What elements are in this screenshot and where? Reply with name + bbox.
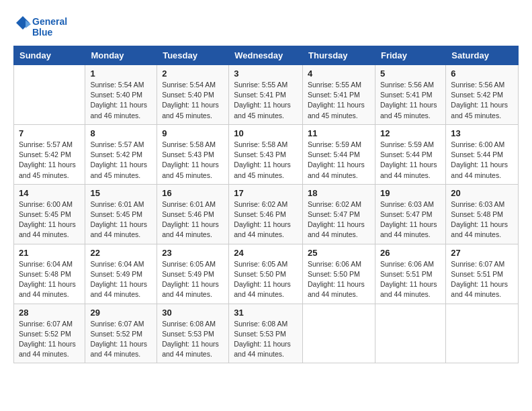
day-number: 31 <box>234 308 298 318</box>
calendar-cell: 22Sunrise: 6:04 AMSunset: 5:49 PMDayligh… <box>85 244 157 304</box>
calendar-header-thursday: Thursday <box>303 46 375 65</box>
svg-text:Blue: Blue <box>32 27 53 38</box>
calendar-cell: 12Sunrise: 5:59 AMSunset: 5:44 PMDayligh… <box>375 124 445 184</box>
day-info: Sunrise: 6:03 AMSunset: 5:48 PMDaylight:… <box>451 199 513 240</box>
calendar-cell: 25Sunrise: 6:06 AMSunset: 5:50 PMDayligh… <box>303 244 375 304</box>
day-number: 15 <box>90 188 152 198</box>
calendar-cell: 9Sunrise: 5:58 AMSunset: 5:43 PMDaylight… <box>157 124 229 184</box>
day-number: 16 <box>162 188 224 198</box>
day-info: Sunrise: 6:08 AMSunset: 5:53 PMDaylight:… <box>162 319 224 360</box>
day-number: 10 <box>234 128 298 138</box>
page-header: General Blue <box>13 13 519 40</box>
calendar-cell: 3Sunrise: 5:55 AMSunset: 5:41 PMDaylight… <box>229 65 303 125</box>
day-number: 12 <box>380 128 441 138</box>
calendar-table: SundayMondayTuesdayWednesdayThursdayFrid… <box>13 46 519 363</box>
calendar-cell: 29Sunrise: 6:07 AMSunset: 5:52 PMDayligh… <box>85 304 157 363</box>
day-info: Sunrise: 6:02 AMSunset: 5:46 PMDaylight:… <box>234 199 298 240</box>
day-number: 30 <box>162 308 224 318</box>
day-number: 28 <box>19 308 80 318</box>
day-info: Sunrise: 5:59 AMSunset: 5:44 PMDaylight:… <box>308 140 370 181</box>
calendar-cell: 15Sunrise: 6:01 AMSunset: 5:45 PMDayligh… <box>85 184 157 244</box>
day-number: 7 <box>19 128 80 138</box>
day-number: 26 <box>380 248 441 258</box>
calendar-cell: 7Sunrise: 5:57 AMSunset: 5:42 PMDaylight… <box>14 124 85 184</box>
day-number: 17 <box>234 188 298 198</box>
calendar-header-wednesday: Wednesday <box>229 46 303 65</box>
calendar-week-row: 28Sunrise: 6:07 AMSunset: 5:52 PMDayligh… <box>14 304 519 363</box>
day-number: 5 <box>380 68 441 79</box>
day-info: Sunrise: 6:05 AMSunset: 5:49 PMDaylight:… <box>162 259 224 300</box>
day-number: 25 <box>308 248 370 258</box>
calendar-cell: 24Sunrise: 6:05 AMSunset: 5:50 PMDayligh… <box>229 244 303 304</box>
day-info: Sunrise: 5:55 AMSunset: 5:41 PMDaylight:… <box>234 80 298 121</box>
day-number: 24 <box>234 248 298 258</box>
day-number: 9 <box>162 128 224 138</box>
calendar-cell: 1Sunrise: 5:54 AMSunset: 5:40 PMDaylight… <box>85 65 157 125</box>
day-number: 2 <box>162 68 224 79</box>
calendar-cell: 13Sunrise: 6:00 AMSunset: 5:44 PMDayligh… <box>446 124 519 184</box>
calendar-cell: 21Sunrise: 6:04 AMSunset: 5:48 PMDayligh… <box>14 244 85 304</box>
day-info: Sunrise: 5:54 AMSunset: 5:40 PMDaylight:… <box>90 80 152 121</box>
calendar-cell: 17Sunrise: 6:02 AMSunset: 5:46 PMDayligh… <box>229 184 303 244</box>
day-info: Sunrise: 6:00 AMSunset: 5:44 PMDaylight:… <box>451 140 513 181</box>
calendar-header-friday: Friday <box>375 46 445 65</box>
calendar-cell: 20Sunrise: 6:03 AMSunset: 5:48 PMDayligh… <box>446 184 519 244</box>
day-number: 6 <box>451 68 513 79</box>
calendar-header-sunday: Sunday <box>14 46 85 65</box>
day-info: Sunrise: 6:08 AMSunset: 5:53 PMDaylight:… <box>234 319 298 360</box>
calendar-week-row: 7Sunrise: 5:57 AMSunset: 5:42 PMDaylight… <box>14 124 519 184</box>
day-number: 22 <box>90 248 152 258</box>
day-number: 29 <box>90 308 152 318</box>
day-info: Sunrise: 5:54 AMSunset: 5:40 PMDaylight:… <box>162 80 224 121</box>
day-info: Sunrise: 6:04 AMSunset: 5:49 PMDaylight:… <box>90 259 152 300</box>
day-info: Sunrise: 6:00 AMSunset: 5:45 PMDaylight:… <box>19 199 80 240</box>
calendar-cell: 19Sunrise: 6:03 AMSunset: 5:47 PMDayligh… <box>375 184 445 244</box>
day-info: Sunrise: 5:56 AMSunset: 5:42 PMDaylight:… <box>451 80 513 121</box>
day-info: Sunrise: 6:07 AMSunset: 5:52 PMDaylight:… <box>90 319 152 360</box>
day-info: Sunrise: 5:57 AMSunset: 5:42 PMDaylight:… <box>19 140 80 181</box>
calendar-cell: 30Sunrise: 6:08 AMSunset: 5:53 PMDayligh… <box>157 304 229 363</box>
calendar-week-row: 14Sunrise: 6:00 AMSunset: 5:45 PMDayligh… <box>14 184 519 244</box>
day-number: 14 <box>19 188 80 198</box>
day-number: 27 <box>451 248 513 258</box>
general-blue-logo: General Blue <box>13 13 74 40</box>
calendar-cell <box>303 304 375 363</box>
day-info: Sunrise: 5:59 AMSunset: 5:44 PMDaylight:… <box>380 140 441 181</box>
day-info: Sunrise: 5:57 AMSunset: 5:42 PMDaylight:… <box>90 140 152 181</box>
day-info: Sunrise: 6:05 AMSunset: 5:50 PMDaylight:… <box>234 259 298 300</box>
day-number: 8 <box>90 128 152 138</box>
day-number: 13 <box>451 128 513 138</box>
day-number: 11 <box>308 128 370 138</box>
day-info: Sunrise: 6:07 AMSunset: 5:52 PMDaylight:… <box>19 319 80 360</box>
day-info: Sunrise: 5:58 AMSunset: 5:43 PMDaylight:… <box>162 140 224 181</box>
calendar-week-row: 1Sunrise: 5:54 AMSunset: 5:40 PMDaylight… <box>14 65 519 125</box>
calendar-header-tuesday: Tuesday <box>157 46 229 65</box>
calendar-cell: 18Sunrise: 6:02 AMSunset: 5:47 PMDayligh… <box>303 184 375 244</box>
day-info: Sunrise: 6:01 AMSunset: 5:45 PMDaylight:… <box>90 199 152 240</box>
day-info: Sunrise: 5:55 AMSunset: 5:41 PMDaylight:… <box>308 80 370 121</box>
calendar-header-row: SundayMondayTuesdayWednesdayThursdayFrid… <box>14 46 519 65</box>
calendar-cell <box>375 304 445 363</box>
calendar-cell: 2Sunrise: 5:54 AMSunset: 5:40 PMDaylight… <box>157 65 229 125</box>
calendar-cell: 28Sunrise: 6:07 AMSunset: 5:52 PMDayligh… <box>14 304 85 363</box>
calendar-cell: 26Sunrise: 6:06 AMSunset: 5:51 PMDayligh… <box>375 244 445 304</box>
day-number: 1 <box>90 68 152 79</box>
day-number: 21 <box>19 248 80 258</box>
calendar-cell: 14Sunrise: 6:00 AMSunset: 5:45 PMDayligh… <box>14 184 85 244</box>
day-info: Sunrise: 6:03 AMSunset: 5:47 PMDaylight:… <box>380 199 441 240</box>
calendar-cell: 31Sunrise: 6:08 AMSunset: 5:53 PMDayligh… <box>229 304 303 363</box>
calendar-cell: 5Sunrise: 5:56 AMSunset: 5:41 PMDaylight… <box>375 65 445 125</box>
day-number: 18 <box>308 188 370 198</box>
calendar-cell: 27Sunrise: 6:07 AMSunset: 5:51 PMDayligh… <box>446 244 519 304</box>
calendar-cell: 23Sunrise: 6:05 AMSunset: 5:49 PMDayligh… <box>157 244 229 304</box>
day-number: 23 <box>162 248 224 258</box>
calendar-cell: 8Sunrise: 5:57 AMSunset: 5:42 PMDaylight… <box>85 124 157 184</box>
day-info: Sunrise: 6:02 AMSunset: 5:47 PMDaylight:… <box>308 199 370 240</box>
day-number: 20 <box>451 188 513 198</box>
day-number: 3 <box>234 68 298 79</box>
day-number: 4 <box>308 68 370 79</box>
svg-text:General: General <box>32 16 67 27</box>
day-info: Sunrise: 6:01 AMSunset: 5:46 PMDaylight:… <box>162 199 224 240</box>
day-number: 19 <box>380 188 441 198</box>
day-info: Sunrise: 6:06 AMSunset: 5:51 PMDaylight:… <box>380 259 441 300</box>
